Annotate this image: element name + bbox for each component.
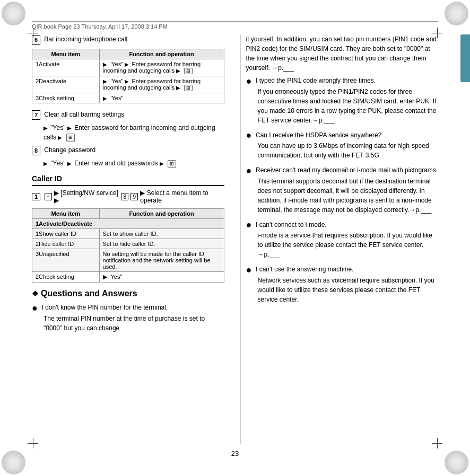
unspecified-func: No setting will be made for the caller I… [99,249,224,272]
bullet-imode-body: i-mode is a service that requires subscr… [246,231,439,259]
arrow-icon: ▶ [103,61,107,67]
file-info-text: QIR.book Page 23 Thursday, April 17, 200… [32,23,168,30]
bullet-pin1-item: ● I typed the PIN1 code wrongly three ti… [246,76,439,125]
table-row: 2Check setting ▶ "Yes" [32,272,224,283]
row-activate-num: 1Activate [32,59,100,76]
right-column: it yourself. In addition, you can set tw… [240,34,439,444]
bullet-pin-title: I don't know the PIN number for the term… [42,304,168,311]
arrow-icon: ▶ [43,161,48,166]
bullet-hsdpa-title: Can I receive the HSDPA service anywhere… [256,131,381,139]
bullet-circle-icon: ● [246,165,252,176]
show-caller-id-num: 1Show caller ID [32,229,100,239]
bullet-answering-item: ● I can't use the answering machine. Net… [246,265,439,304]
key-icon: ⊞ [184,85,193,91]
corner-deco-tl [2,2,25,25]
step8-title: Change password [44,146,95,154]
arrow-icon: ▶ [176,85,180,91]
step7-header: 7 Clear all call barring settings [32,110,224,120]
arrow-icon: ▶ [176,68,180,74]
row-activate-func: ▶ "Yes" ▶ Enter password for barring inc… [99,59,224,76]
arrow-icon: ▶ [103,78,107,84]
arrow-icon: ▶ [67,161,72,166]
step1-badge: 1 [32,193,40,200]
bullet-decomail-title: Receiver can't read my decomail or i-mod… [256,166,438,174]
bullet-answering-body: Network services such as voicemail requi… [246,276,439,304]
arrow-icon: ▶ [103,95,107,101]
step6-title: Bar incoming videophone call [44,36,127,43]
row-deactivate-func: ▶ "Yes" ▶ Enter password for barring inc… [99,76,224,93]
table-row: 1Activate ▶ "Yes" ▶ Enter password for b… [32,59,224,76]
bullet-hsdpa-item: ● Can I receive the HSDPA service anywhe… [246,130,439,161]
step8-badge: 8 [32,146,40,156]
table-row: 1Show caller ID Set to show caller ID. [32,229,224,239]
corner-deco-br [445,451,468,474]
bullet-imode-item: ● I can't connect to i-mode. i-mode is a… [246,220,439,260]
questions-heading: ❖ Questions and Answers [32,289,224,298]
arrow-icon: ▶ [67,125,72,131]
key-icon: ⊞ [168,160,176,169]
table-row: 1Activate/Deactivate [32,219,224,229]
hide-caller-id-func: Set to hide caller ID. [99,239,224,249]
arrow-icon: ▶ [43,125,48,131]
caller-id-heading: Caller ID [32,174,224,186]
diamond-icon: ❖ [32,289,39,298]
accent-bar [460,34,470,82]
menu-icon: ≡ [45,193,52,200]
bullet-pin-body: The terminal PIN number at the time of p… [32,314,224,333]
hide-caller-id-num: 2Hide caller ID [32,239,100,249]
unspecified-num: 3Unspecified [32,249,100,272]
row-check-num: 3Check setting [32,93,100,103]
table-header-menu2: Menu item [32,209,100,219]
step7-desc: ▶ "Yes" ▶ Enter password for barring inc… [43,123,224,142]
table-header-func2: Function and operation [99,209,224,219]
bullet-imode-title: I can't connect to i-mode. [256,221,327,228]
file-info: QIR.book Page 23 Thursday, April 17, 200… [32,21,438,30]
step7-title: Clear all call barring settings [44,111,124,118]
caller-id-step1: 1 ≡ ▶ [Setting/NW service] ▶ 8 9 ▶ Selec… [32,189,224,204]
nav-badge-8: 8 [121,193,128,200]
table-row: 3Check setting ▶ "Yes" [32,93,224,103]
table-row: 2Deactivate ▶ "Yes" ▶ Enter password for… [32,76,224,93]
bullet-circle-icon: ● [246,265,252,275]
arrow-icon: ▶ [125,61,129,67]
show-caller-id-func: Set to show caller ID. [99,229,224,239]
nav-badge-9: 9 [130,193,138,200]
bullet-decomail-body: This terminal supports decomail but if t… [246,177,439,215]
corner-deco-bl [2,451,25,474]
step6-table: Menu item Function and operation 1Activa… [32,49,224,103]
right-intro: it yourself. In addition, you can set tw… [246,34,439,73]
bullet-circle-icon: ● [246,76,252,86]
bullet-circle-icon: ● [246,130,252,140]
bullet-answering-title: I can't use the answering machine. [256,266,353,273]
bullet-circle-icon: ● [32,303,38,313]
step6-header: 6 Bar incoming videophone call [32,34,224,45]
left-column: 6 Bar incoming videophone call Menu item… [32,34,230,444]
corner-deco-tr [445,2,468,25]
step8-header: 8 Change password [32,145,224,155]
check-setting-func: ▶ "Yes" [99,272,224,283]
page-number: 23 [231,449,239,457]
activate-deactivate-row: 1Activate/Deactivate [32,219,224,229]
key-icon: ⊞ [184,68,193,74]
step7-badge: 7 [32,110,40,120]
table-row: 3Unspecified No setting will be made for… [32,249,224,272]
questions-heading-text: Questions and Answers [41,289,137,298]
bullet-circle-icon: ● [246,219,252,230]
table-row: 2Hide caller ID Set to hide caller ID. [32,239,224,249]
bullet-pin1-body: If you erroneously typed the PIN1/PIN2 c… [246,87,439,125]
table-header-func: Function and operation [99,49,224,59]
key-icon: ⊞ [66,134,75,142]
bullet-hsdpa-body: You can have up to 3.6Mbps of incoming d… [246,141,439,160]
arrow-icon: ▶ [58,135,62,140]
bullet-pin1-title: I typed the PIN1 code wrongly three time… [256,77,376,84]
step6-badge: 6 [32,35,40,45]
bullet-item-pin: ● I don't know the PIN number for the te… [32,303,224,333]
arrow-icon: ▶ [125,78,129,84]
table-header-menu: Menu item [32,49,100,59]
arrow-icon: ▶ [160,161,164,166]
main-content: 6 Bar incoming videophone call Menu item… [32,34,438,444]
check-setting-num: 2Check setting [32,272,100,283]
row-deactivate-num: 2Deactivate [32,76,100,93]
step8-desc: ▶ "Yes" ▶ Enter new and old passwords ▶ … [43,158,224,168]
caller-id-table: Menu item Function and operation 1Activa… [32,208,224,283]
